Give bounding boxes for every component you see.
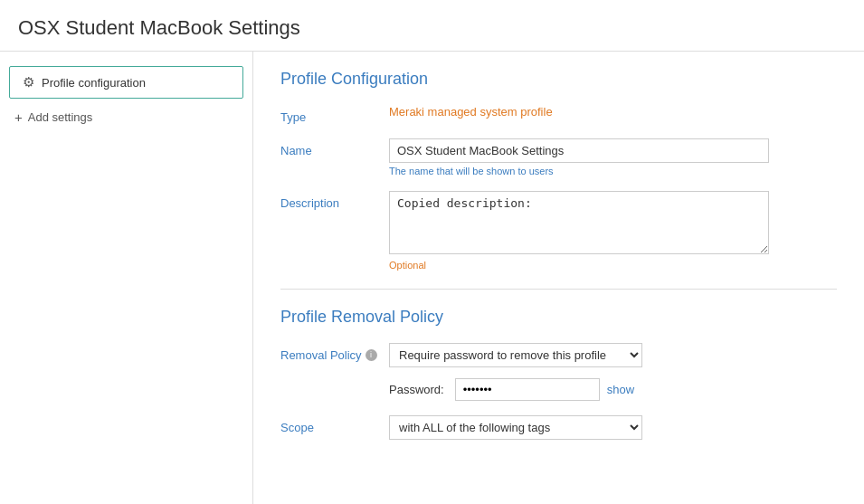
info-icon[interactable]: i [366,349,377,361]
description-row: Description Copied description: Optional [280,191,837,271]
name-row: Name The name that will be shown to user… [280,138,837,176]
removal-policy-control: Require password to remove this profile … [389,343,769,367]
sidebar-item-profile-configuration[interactable]: ⚙ Profile configuration [9,66,243,99]
description-field: Copied description: Optional [389,191,769,271]
add-settings-label: Add settings [28,110,93,124]
name-input[interactable] [389,138,769,163]
show-password-link[interactable]: show [607,383,634,396]
content-area: Profile Configuration Type Meraki manage… [253,52,864,504]
description-label: Description [280,191,389,210]
type-value: Meraki managed system profile [389,100,553,119]
name-label: Name [280,138,389,157]
removal-policy-title: Profile Removal Policy [280,308,837,327]
password-label: Password: [389,383,444,396]
type-label: Type [280,105,389,124]
page-title: OSX Student MacBook Settings [18,16,846,40]
gear-icon: ⚙ [23,74,34,90]
removal-policy-label-wrapper: Removal Policy i [280,348,389,362]
scope-label-wrapper: Scope [280,421,389,434]
removal-policy-select[interactable]: Require password to remove this profile … [389,343,642,367]
password-row: Password: show [280,378,837,401]
scope-control: with ALL of the following tags with ANY … [389,415,769,440]
type-row: Type Meraki managed system profile [280,105,837,124]
name-hint: The name that will be shown to users [389,166,769,176]
removal-policy-label: Removal Policy [280,348,362,362]
scope-label: Scope [280,421,314,434]
profile-config-title: Profile Configuration [280,70,837,89]
name-field: The name that will be shown to users [389,138,769,176]
description-input[interactable]: Copied description: [389,191,769,254]
description-hint: Optional [389,260,769,271]
scope-row: Scope with ALL of the following tags wit… [280,415,837,440]
sidebar-item-label: Profile configuration [42,76,146,90]
password-input[interactable] [455,378,600,401]
section-divider [280,289,837,290]
type-field: Meraki managed system profile [389,105,769,119]
plus-icon: + [14,109,23,125]
removal-policy-row: Removal Policy i Require password to rem… [280,343,837,367]
scope-select[interactable]: with ALL of the following tags with ANY … [389,415,642,440]
sidebar: ⚙ Profile configuration + Add settings [0,52,253,504]
add-settings-button[interactable]: + Add settings [0,102,252,132]
password-field-wrapper: Password: show [389,378,634,401]
